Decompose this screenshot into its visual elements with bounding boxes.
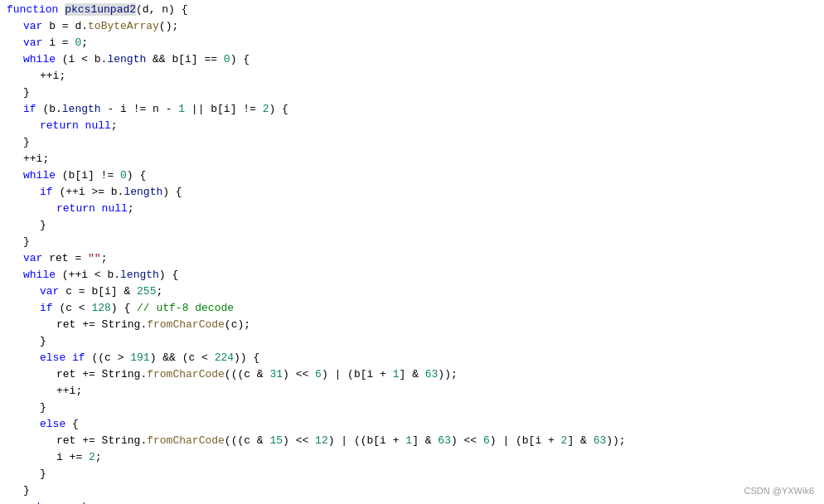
token-kw: while: [23, 269, 62, 281]
token-plain: {: [72, 418, 79, 430]
token-plain: ++i;: [56, 385, 82, 397]
code-line: ret += String.fromCharCode(((c & 15) << …: [0, 433, 824, 449]
token-num: 2: [263, 103, 269, 115]
line-content: ret += String.fromCharCode(c);: [7, 317, 817, 333]
token-kw: null: [102, 202, 128, 215]
code-line: }: [0, 134, 824, 151]
token-num: 6: [315, 368, 322, 380]
token-num: 1: [405, 434, 412, 447]
token-num: 2: [89, 451, 95, 463]
token-plain: ++i;: [40, 70, 65, 82]
token-kw: if: [40, 302, 59, 314]
token-num: 1: [178, 103, 185, 115]
token-plain: ret =: [49, 252, 88, 264]
token-kw: else: [40, 418, 72, 430]
token-str: "": [88, 252, 101, 264]
line-content: return null;: [7, 201, 817, 217]
code-line: var b = d.toByteArray();: [0, 18, 824, 35]
line-content: else if ((c > 191) && (c < 224)) {: [7, 350, 817, 366]
token-plain: ;: [128, 202, 134, 215]
line-content: return null;: [7, 118, 817, 134]
token-plain: ) | (b[i +: [322, 368, 393, 380]
code-line: return null;: [0, 118, 824, 134]
line-content: var b = d.toByteArray();: [7, 18, 817, 35]
code-line: else if ((c > 191) && (c < 224)) {: [0, 350, 824, 366]
token-prop: length: [107, 53, 146, 65]
token-num: 255: [137, 285, 156, 298]
token-plain: }: [23, 86, 30, 99]
token-num: 63: [594, 434, 607, 447]
token-plain: ret += String.: [56, 318, 147, 331]
code-line: ++i;: [0, 151, 824, 167]
token-kw: var: [23, 20, 49, 32]
token-plain: ) <<: [283, 434, 315, 447]
line-content: }: [7, 333, 817, 350]
token-plain: (((c &: [225, 368, 270, 380]
code-line: var ret = "";: [0, 250, 824, 267]
code-line: ret += String.fromCharCode(((c & 31) << …: [0, 366, 824, 383]
token-kw: function: [7, 3, 65, 16]
token-num: 63: [438, 434, 451, 447]
line-content: }: [7, 234, 817, 250]
token-plain: (c <: [59, 302, 91, 314]
line-content: var ret = "";: [7, 250, 817, 267]
token-plain: ));: [438, 368, 457, 380]
code-block: function pkcs1unpad2(d, n) {var b = d.to…: [0, 2, 824, 504]
line-content: else {: [7, 416, 817, 433]
line-content: }: [7, 482, 817, 499]
line-content: }: [7, 217, 817, 234]
token-plain: ) | (b[i +: [490, 434, 561, 447]
line-content: var c = b[i] & 255;: [7, 284, 817, 300]
token-num: 1: [393, 368, 400, 380]
line-content: ret += String.fromCharCode(((c & 31) << …: [7, 366, 817, 383]
line-content: }: [7, 466, 817, 482]
line-content: ++i;: [7, 68, 817, 85]
code-line: while (i < b.length && b[i] == 0) {: [0, 51, 824, 68]
token-num: 191: [130, 351, 149, 364]
token-prop: length: [124, 186, 162, 198]
line-content: }: [7, 400, 817, 416]
line-content: if (b.length - i != n - 1 || b[i] != 2) …: [7, 101, 817, 118]
watermark: CSDN @YXWik6: [744, 484, 814, 498]
line-content: return ret;: [7, 499, 817, 504]
token-plain: ));: [606, 434, 625, 447]
token-plain: ;: [111, 119, 118, 132]
token-kw: if: [23, 103, 42, 115]
token-plain: ] &: [412, 434, 438, 447]
token-plain: b = d.: [49, 20, 88, 32]
token-kw: null: [85, 119, 111, 132]
code-line: }: [0, 217, 824, 234]
code-line: while (b[i] != 0) {: [0, 167, 824, 184]
code-line: while (++i < b.length) {: [0, 267, 824, 284]
line-content: while (b[i] != 0) {: [7, 167, 817, 184]
code-line: }: [0, 85, 824, 101]
token-highlight-fn: pkcs1unpad2: [65, 3, 136, 16]
code-line: ret += String.fromCharCode(c);: [0, 317, 824, 333]
token-plain: ) {: [127, 169, 146, 182]
token-num: 0: [120, 169, 127, 182]
token-plain: ret += String.: [56, 368, 147, 380]
token-kw: if: [72, 351, 91, 364]
token-num: 224: [215, 351, 234, 364]
token-plain: ] &: [567, 434, 593, 447]
code-line: }: [0, 466, 824, 482]
token-plain: - i != n -: [101, 103, 179, 115]
code-line: }: [0, 400, 824, 416]
line-content: }: [7, 134, 817, 151]
token-plain: ++i;: [23, 153, 49, 165]
token-plain: (++i >= b.: [59, 186, 124, 198]
token-plain: ) {: [230, 53, 250, 65]
token-plain: ] &: [400, 368, 425, 380]
code-line: if (b.length - i != n - 1 || b[i] != 2) …: [0, 101, 824, 118]
token-num: 12: [315, 434, 328, 447]
token-comment: // utf-8 decode: [137, 302, 234, 314]
token-plain: }: [23, 136, 30, 148]
token-num: 31: [269, 368, 283, 380]
code-line: }: [0, 234, 824, 250]
token-plain: ) {: [162, 186, 182, 198]
token-plain: (i < b.: [62, 53, 108, 65]
code-line: if (c < 128) { // utf-8 decode: [0, 300, 824, 317]
token-kw: return: [56, 202, 102, 215]
token-plain: ((c >: [91, 351, 130, 364]
line-content: function pkcs1unpad2(d, n) {: [7, 2, 817, 18]
